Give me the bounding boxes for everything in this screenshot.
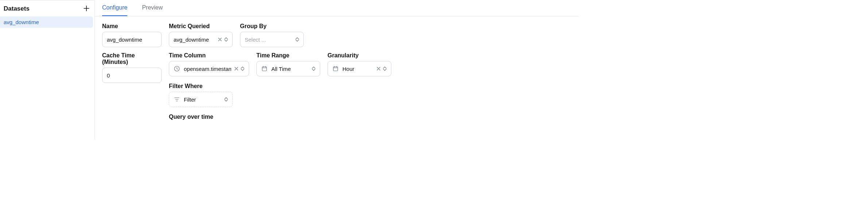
dataset-item[interactable]: avg_downtime — [0, 16, 93, 28]
group-by-placeholder: Select ... — [245, 37, 266, 43]
datasets-title: Datasets — [4, 5, 30, 12]
time-range-value-wrap: All Time — [261, 65, 291, 72]
form-row-2: Cache Time (Minutes) Time Column opensea… — [102, 52, 571, 120]
select-controls — [376, 66, 387, 72]
svg-rect-1 — [262, 67, 267, 71]
granularity-value-wrap: Hour — [332, 65, 354, 72]
name-input-wrapper — [102, 32, 162, 47]
tab-label: Configure — [102, 4, 127, 11]
clear-granularity-button[interactable] — [376, 66, 381, 72]
plus-icon — [84, 5, 89, 11]
select-controls — [312, 66, 315, 71]
field-metric: Metric Queried avg_downtime — [169, 23, 233, 47]
tab-configure[interactable]: Configure — [102, 0, 127, 16]
field-cache-time: Cache Time (Minutes) — [102, 52, 162, 83]
tab-preview[interactable]: Preview — [142, 0, 163, 16]
label-metric: Metric Queried — [169, 23, 233, 30]
metric-value: avg_downtime — [174, 37, 209, 43]
label-filter-where: Filter Where — [169, 83, 249, 90]
x-icon — [234, 66, 239, 71]
filter-button[interactable]: Filter — [169, 92, 233, 107]
chevron-updown-icon — [224, 37, 228, 42]
dataset-item-label: avg_downtime — [4, 19, 39, 25]
tab-label: Preview — [142, 4, 163, 11]
granularity-value: Hour — [342, 66, 354, 72]
cache-time-input-wrapper — [102, 68, 162, 83]
field-group-by: Group By Select ... — [240, 23, 304, 47]
label-granularity: Granularity — [328, 52, 391, 59]
chevron-updown-icon — [312, 66, 315, 71]
time-column-value: openseam.timestamp — [184, 66, 231, 72]
select-controls — [218, 37, 228, 42]
form-area: Name Metric Queried avg_downtime — [95, 16, 578, 127]
select-controls — [224, 97, 228, 102]
label-cache-time: Cache Time (Minutes) — [102, 52, 162, 65]
granularity-select[interactable]: Hour — [328, 61, 391, 76]
filter-icon — [174, 96, 180, 103]
select-controls — [295, 37, 299, 42]
x-icon — [376, 66, 381, 71]
add-dataset-button[interactable] — [82, 5, 91, 13]
sidebar: Datasets avg_downtime — [0, 0, 95, 139]
chevron-updown-icon — [295, 37, 299, 42]
select-controls — [234, 66, 244, 72]
time-range-select[interactable]: All Time — [256, 61, 320, 76]
field-time-range: Time Range All Time — [256, 52, 320, 76]
clock-icon — [174, 65, 180, 72]
label-group-by: Group By — [240, 23, 304, 30]
svg-rect-2 — [333, 67, 338, 71]
x-icon — [218, 37, 222, 42]
time-column-select[interactable]: openseam.timestamp — [169, 61, 249, 76]
chevron-updown-icon — [241, 66, 244, 71]
sidebar-header: Datasets — [0, 0, 94, 16]
field-time-column: Time Column openseam.timestamp — [169, 52, 249, 120]
name-input[interactable] — [107, 37, 157, 43]
field-granularity: Granularity Hour — [328, 52, 391, 76]
label-time-range: Time Range — [256, 52, 320, 59]
chevron-updown-icon — [224, 97, 228, 102]
app-layout: Datasets avg_downtime Configure Preview … — [0, 0, 578, 139]
cache-time-input[interactable] — [107, 72, 157, 79]
tabs: Configure Preview — [95, 0, 578, 16]
filter-label: Filter — [184, 96, 196, 103]
group-by-select[interactable]: Select ... — [240, 32, 304, 47]
label-time-column: Time Column — [169, 52, 249, 59]
form-row-1: Name Metric Queried avg_downtime — [102, 23, 571, 47]
calendar-icon — [332, 65, 339, 72]
field-name: Name — [102, 23, 162, 47]
metric-select[interactable]: avg_downtime — [169, 32, 233, 47]
label-query-over-time: Query over time — [169, 114, 249, 120]
clear-metric-button[interactable] — [218, 37, 222, 42]
main-panel: Configure Preview Name Metric Queried av… — [95, 0, 578, 139]
time-column-value-wrap: openseam.timestamp — [174, 65, 231, 72]
filter-value-wrap: Filter — [174, 96, 196, 103]
clear-time-column-button[interactable] — [234, 66, 239, 72]
time-range-value: All Time — [271, 66, 291, 72]
chevron-updown-icon — [383, 66, 387, 71]
calendar-icon — [261, 65, 268, 72]
label-name: Name — [102, 23, 162, 30]
